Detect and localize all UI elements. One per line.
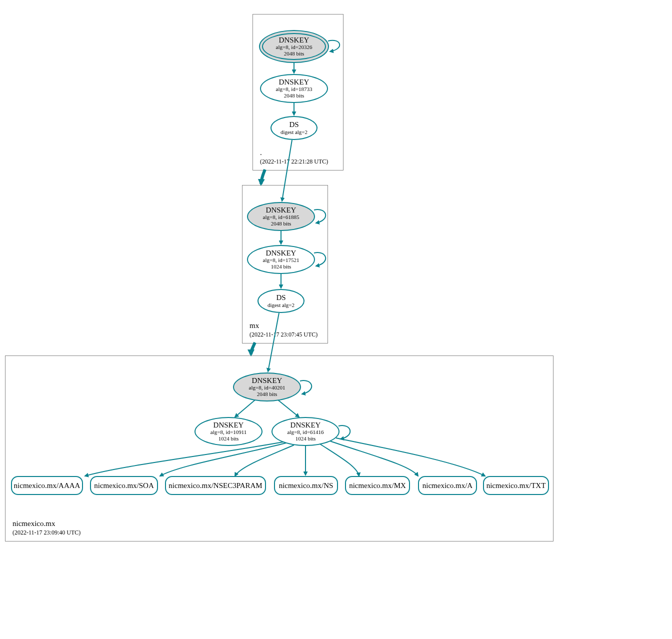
node-title: DNSKEY — [290, 421, 321, 430]
rrset-nsec3param: nicmexico.mx/NSEC3PARAM — [165, 476, 266, 495]
node-sub1: alg=8, id=61416 — [288, 429, 324, 436]
zone-mx-name: mx — [250, 322, 259, 330]
node-sub1: alg=8, id=61885 — [263, 214, 300, 220]
node-sub2: 2048 bits — [284, 92, 304, 99]
node-root-ds: DS digest alg=2 — [270, 116, 318, 140]
node-sub1: alg=8, id=17521 — [263, 257, 300, 264]
node-title: DNSKEY — [252, 376, 282, 385]
rrset-mx: nicmexico.mx/MX — [345, 476, 410, 495]
node-sub2: 1024 bits — [296, 436, 316, 442]
node-sub1: digest alg=2 — [280, 129, 308, 136]
node-title: DNSKEY — [266, 249, 296, 258]
zone-mx-timestamp: (2022-11-17 23:07:45 UTC) — [250, 331, 318, 338]
rrset-aaaa: nicmexico.mx/AAAA — [11, 476, 83, 495]
zone-nicmexico-name: nicmexico.mx — [12, 520, 55, 528]
node-title: DNSKEY — [279, 36, 310, 44]
zone-nicmexico-timestamp: (2022-11-17 23:09:40 UTC) — [12, 529, 80, 536]
rrset-txt: nicmexico.mx/TXT — [483, 476, 549, 495]
rrset-ns: nicmexico.mx/NS — [274, 476, 338, 495]
node-mx-ksk: DNSKEY alg=8, id=61885 2048 bits — [247, 202, 315, 231]
zone-root-timestamp: (2022-11-17 22:21:28 UTC) — [260, 158, 328, 166]
node-sub1: alg=8, id=20326 — [276, 44, 312, 50]
node-nic-z1: DNSKEY alg=8, id=10911 1024 bits — [194, 417, 262, 446]
node-sub1: alg=8, id=10911 — [210, 429, 247, 436]
node-title: DNSKEY — [214, 421, 244, 430]
node-root-zsk: DNSKEY alg=8, id=18733 2048 bits — [260, 74, 328, 103]
node-root-ksk: DNSKEY alg=8, id=20326 2048 bits — [259, 30, 329, 63]
node-mx-ds: DS digest alg=2 — [258, 289, 304, 313]
node-sub1: alg=8, id=18733 — [276, 86, 312, 92]
node-sub2: 1024 bits — [271, 264, 292, 270]
node-sub1: alg=8, id=40201 — [249, 384, 286, 391]
rrset-soa: nicmexico.mx/SOA — [90, 476, 158, 495]
node-nic-z2: DNSKEY alg=8, id=61416 1024 bits — [272, 417, 340, 446]
node-sub2: 2048 bits — [257, 391, 278, 398]
node-sub2: 2048 bits — [271, 220, 292, 227]
node-mx-zsk: DNSKEY alg=8, id=17521 1024 bits — [247, 245, 315, 274]
zone-root-name: . — [260, 148, 262, 157]
node-sub2: 2048 bits — [284, 50, 304, 57]
node-sub2: 1024 bits — [218, 436, 239, 442]
node-sub1: digest alg=2 — [268, 302, 294, 308]
rrset-a: nicmexico.mx/A — [418, 476, 477, 495]
node-title: DNSKEY — [279, 78, 310, 86]
node-title: DS — [276, 294, 286, 302]
node-title: DS — [289, 120, 298, 129]
node-nic-ksk: DNSKEY alg=8, id=40201 2048 bits — [233, 372, 301, 402]
node-title: DNSKEY — [266, 206, 296, 214]
